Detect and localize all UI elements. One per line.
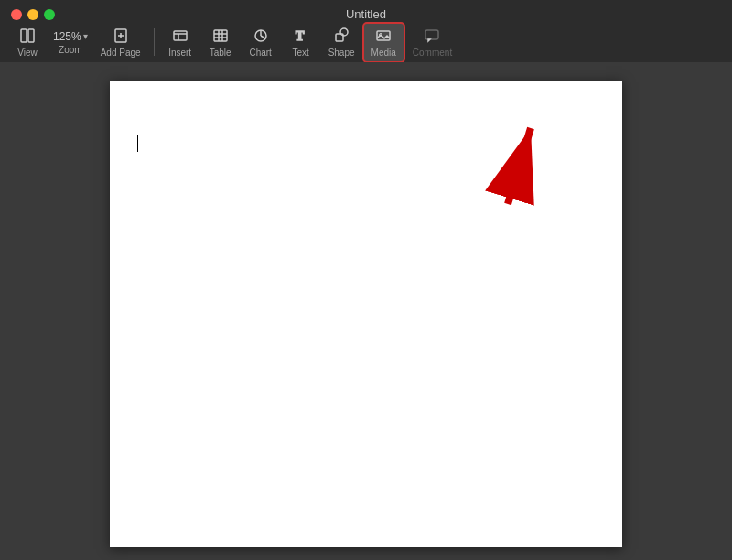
title-bar: Untitled View 125% ▾ Zoom bbox=[0, 0, 732, 62]
document-area bbox=[0, 62, 732, 560]
zoom-value: 125% bbox=[53, 30, 81, 43]
view-button[interactable]: View bbox=[7, 24, 48, 61]
svg-rect-0 bbox=[21, 29, 27, 42]
view-label: View bbox=[17, 48, 38, 58]
text-cursor bbox=[137, 135, 138, 152]
insert-button[interactable]: Insert bbox=[160, 24, 200, 61]
insert-icon bbox=[172, 27, 188, 47]
minimize-button[interactable] bbox=[27, 9, 38, 20]
toolbar-divider-1 bbox=[154, 28, 155, 56]
svg-text:T: T bbox=[296, 29, 305, 43]
table-icon bbox=[212, 27, 229, 47]
media-button[interactable]: Media bbox=[362, 22, 405, 63]
add-page-button[interactable]: Add Page bbox=[93, 24, 148, 61]
svg-rect-19 bbox=[425, 30, 438, 39]
comment-icon bbox=[424, 27, 440, 47]
comment-button[interactable]: Comment bbox=[405, 24, 459, 61]
media-icon bbox=[375, 27, 392, 47]
add-page-label: Add Page bbox=[101, 48, 141, 58]
text-label: Text bbox=[292, 48, 308, 58]
chart-label: Chart bbox=[249, 48, 271, 58]
insert-label: Insert bbox=[168, 48, 191, 58]
zoom-chevron-icon: ▾ bbox=[83, 31, 88, 41]
text-button[interactable]: T Text bbox=[281, 24, 321, 61]
traffic-lights bbox=[0, 0, 66, 24]
shape-icon bbox=[333, 27, 350, 47]
add-page-icon bbox=[113, 27, 129, 47]
table-label: Table bbox=[210, 48, 231, 58]
chart-icon bbox=[253, 27, 269, 47]
comment-label: Comment bbox=[413, 48, 452, 58]
svg-rect-1 bbox=[28, 29, 34, 42]
chart-button[interactable]: Chart bbox=[241, 24, 281, 61]
svg-point-16 bbox=[340, 28, 348, 36]
svg-rect-8 bbox=[214, 30, 227, 41]
media-label: Media bbox=[371, 48, 396, 58]
zoom-label: Zoom bbox=[59, 45, 82, 55]
shape-button[interactable]: Shape bbox=[321, 24, 362, 61]
document-page[interactable] bbox=[110, 81, 622, 547]
text-icon: T bbox=[293, 27, 309, 47]
svg-rect-5 bbox=[174, 31, 187, 40]
zoom-control[interactable]: 125% ▾ Zoom bbox=[48, 27, 93, 59]
toolbar: View 125% ▾ Zoom Add Page bbox=[0, 22, 732, 62]
view-icon bbox=[19, 27, 36, 47]
close-button[interactable] bbox=[11, 9, 22, 20]
window-title: Untitled bbox=[346, 7, 386, 21]
table-button[interactable]: Table bbox=[200, 24, 241, 61]
maximize-button[interactable] bbox=[44, 9, 55, 20]
shape-label: Shape bbox=[328, 48, 355, 58]
